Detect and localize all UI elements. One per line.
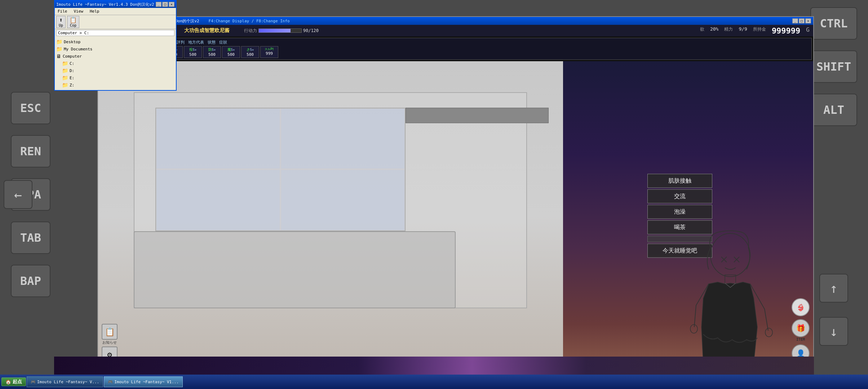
action-bar-container: 行动力 90/120 (237, 28, 319, 34)
alt-key[interactable]: ALT (810, 94, 857, 126)
bap-key[interactable]: BAP (11, 265, 50, 297)
shift-key[interactable]: SHIFT (810, 50, 857, 83)
game-content: 🔊 126天 19:00 ⏰ 大功告成智慧欧尼酱 行动力 90/120 欲 20… (98, 25, 813, 370)
view-menu[interactable]: View (72, 9, 85, 14)
tree-label: D: (70, 68, 74, 73)
tree-label: Desktop (64, 40, 80, 44)
ctrl-key[interactable]: CTRL (810, 7, 857, 40)
tree-label: Z: (70, 83, 74, 88)
tree-item-desktop[interactable]: 📁 Desktop (56, 38, 174, 45)
notice-icon: 📋 (102, 324, 118, 340)
status-bar: 🔊 126天 19:00 ⏰ 大功告成智慧欧尼酱 行动力 90/120 欲 20… (98, 25, 813, 36)
tree-item-mydocs[interactable]: 📁 My Documents (56, 45, 174, 53)
status-objective: 大功告成智慧欧尼酱 (184, 27, 230, 34)
symptom-label: 症狀 (219, 40, 227, 45)
desire-label: 欲 (700, 26, 704, 35)
game-minimize-btn[interactable]: _ (792, 18, 798, 23)
left-arrow-key[interactable]: ← (4, 180, 32, 209)
explorer-toolbar: ⬆ Up 📋 Cop (55, 15, 176, 29)
tree-label: My Documents (64, 47, 92, 52)
help-menu[interactable]: Help (88, 9, 101, 14)
address-bar[interactable]: Computer > C: (56, 30, 174, 36)
badge-top: さS+ (247, 47, 254, 52)
money-label: 所持金 (753, 26, 766, 35)
state-label: 状態 (208, 40, 216, 45)
svg-point-7 (765, 328, 772, 337)
stat-badge-def: 防S+ 500 (203, 46, 221, 58)
minimize-btn[interactable]: _ (156, 2, 161, 7)
folder-icon: 📁 (62, 68, 68, 73)
stamina-value: 9/9 (739, 26, 747, 35)
tree-item-computer[interactable]: 🖥 Computer (56, 53, 174, 60)
tree-item-e[interactable]: 📁 E: (56, 74, 174, 81)
copy-icon: 📋 (70, 17, 77, 23)
badge-val: 500 (227, 52, 235, 57)
taskbar-item-1[interactable]: 🎮 Imouto Life ~Fantasy~ V... (27, 376, 103, 387)
tree-item-c[interactable]: 📁 C: (56, 60, 174, 67)
taskbar-label-2: Imouto Life ~Fantasy~ V1... (114, 380, 179, 384)
notice-button[interactable]: 📋 お知らせ (102, 324, 118, 345)
badge-top: 投S+ (189, 47, 197, 52)
tree-item-z[interactable]: 📁 Z: (56, 81, 174, 89)
folder-icon: 📁 (56, 46, 62, 52)
notice-label: お知らせ (102, 340, 117, 345)
guild-panel: ギルド評判 地方代表 状態 症狀 攻S+ 500 (163, 38, 812, 60)
back-icon: ⬆ (59, 17, 63, 23)
stat-badge-mag: 魔S+ 500 (222, 46, 240, 58)
game-titlebar: 🎮 Imouto Life ~Fantasy~V1.4.3 Don的个汉v2 F… (98, 17, 813, 25)
character-sprite (674, 226, 783, 370)
badge-top: 魔S+ (227, 47, 235, 52)
taskbar-item-2[interactable]: 🎮 Imouto Life ~Fantasy~ V1... (104, 376, 183, 387)
copy-button[interactable]: 📋 Cop (67, 16, 79, 28)
start-button[interactable]: 🏠 起点 (1, 377, 26, 386)
esc-key[interactable]: ESC (11, 92, 50, 124)
window-pane-3 (156, 170, 280, 231)
tree-item-d[interactable]: 📁 D: (56, 67, 174, 74)
start-label: 起点 (13, 379, 22, 385)
address-text: Computer > C: (58, 31, 89, 35)
game-window-controls: _ □ ✕ (792, 18, 811, 23)
bottom-decoration (54, 357, 814, 375)
folder-icon: 📁 (56, 39, 62, 45)
tree-label: E: (70, 76, 74, 80)
game-close-btn[interactable]: ✕ (805, 18, 811, 23)
ren-key[interactable]: REN (11, 135, 50, 167)
badge-val: 500 (208, 52, 216, 57)
guild-header: ギルド評判 地方代表 状態 症狀 (165, 40, 810, 45)
badge-val: 999 (266, 51, 273, 56)
action-label: 行动力 (244, 28, 257, 34)
decoration-glow (358, 357, 586, 375)
action-value: 90/120 (303, 28, 319, 33)
game-maximize-btn[interactable]: □ (799, 18, 805, 23)
svg-point-0 (710, 233, 750, 277)
tab-key[interactable]: TAB (11, 222, 50, 254)
game-window: 🎮 Imouto Life ~Fantasy~V1.4.3 Don的个汉v2 F… (97, 16, 814, 371)
stat-badges: 攻S+ 500 投S+ 500 防S+ (165, 46, 810, 58)
back-label: Up (59, 23, 63, 27)
up-arrow-key[interactable]: ↑ (819, 274, 848, 303)
computer-icon: 🖥 (56, 53, 61, 59)
maximize-btn[interactable]: □ (162, 2, 168, 7)
region-label: 地方代表 (188, 40, 204, 45)
back-button[interactable]: ⬆ Up (56, 16, 66, 28)
badge-top: スルPt (265, 47, 274, 51)
start-icon: 🏠 (5, 379, 11, 385)
item-button[interactable]: 🎁 ITEM (792, 319, 810, 341)
taskbar-icon-1: 🎮 (31, 380, 36, 384)
money-value: 999999 (772, 26, 800, 35)
file-menu[interactable]: File (56, 9, 69, 14)
close-btn[interactable]: ✕ (169, 2, 174, 7)
down-arrow-key[interactable]: ↓ (819, 317, 848, 346)
explorer-menubar: File View Help (55, 8, 176, 15)
game-hint: F4:Change Display / F8:Change Info (209, 19, 290, 23)
folder-icon: 📁 (62, 82, 68, 88)
desire-value: 20% (710, 26, 718, 35)
explorer-title: Imouto Life ~Fantasy~ Ver1.4.3 Don的汉化v2 (56, 2, 154, 7)
window-pane-4 (281, 170, 405, 231)
window-pane-2 (281, 108, 405, 169)
action-progress-fill (259, 29, 291, 32)
stat-badge-pt: スルPt 999 (260, 46, 278, 58)
tree-label: Computer (63, 54, 82, 59)
underwear-icon: 👙 (792, 298, 810, 316)
info-panel: 方针 健康每一天 信赖 1323 機嫌 ♥LOVE 性興味 409 妹性欲 38 (98, 36, 813, 61)
